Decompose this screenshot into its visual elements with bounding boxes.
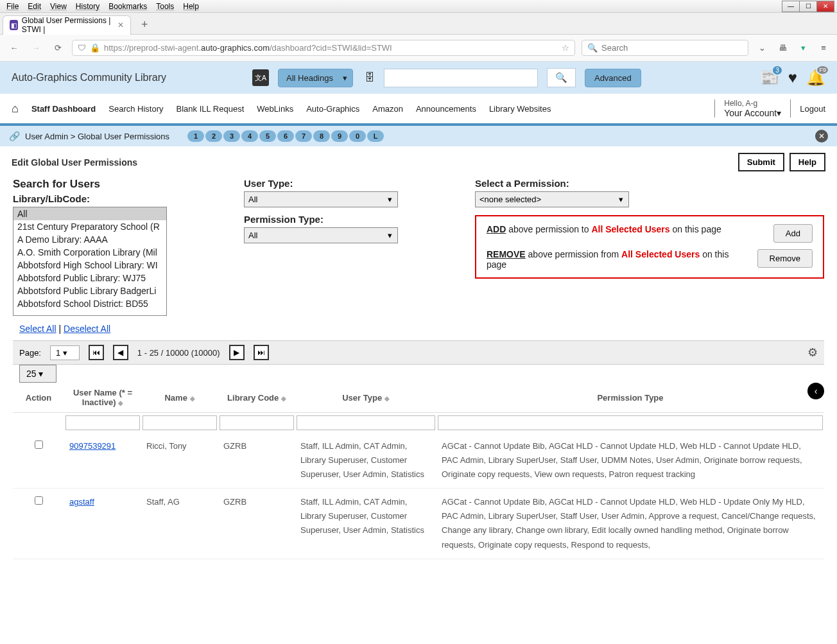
row-checkbox[interactable] [35, 496, 43, 505]
home-icon[interactable]: ⌂ [12, 102, 19, 116]
gear-icon[interactable]: ⚙ [807, 345, 818, 360]
first-page-icon[interactable]: ⏮ [89, 345, 104, 360]
library-option[interactable]: Abbotsford Public Library BadgerLi [13, 284, 166, 297]
user-type-label: User Type: [244, 178, 404, 189]
bubble[interactable]: 7 [295, 130, 312, 142]
library-option[interactable]: Abbotsford School District: BD55 [13, 297, 166, 310]
library-option[interactable]: A Demo Library: AAAA [13, 233, 166, 246]
nav-weblinks[interactable]: WebLinks [257, 104, 293, 114]
hamburger-menu-icon[interactable]: ≡ [816, 41, 831, 55]
page-size-select[interactable]: 25 ▾ [19, 365, 56, 383]
your-account-dropdown[interactable]: Your Account▾ [724, 108, 781, 118]
database-icon[interactable]: 🗄 [365, 72, 375, 83]
nav-library-websites[interactable]: Library Websites [489, 104, 551, 114]
new-tab-button[interactable]: + [136, 18, 153, 31]
print-icon[interactable]: 🖶 [775, 41, 790, 55]
menu-help[interactable]: Help [179, 1, 203, 12]
col-libcode[interactable]: Library Code ◆ [218, 383, 295, 413]
select-permission-dropdown[interactable]: <none selected> [475, 191, 629, 207]
news-icon[interactable]: 📰3 [760, 69, 779, 87]
bubble[interactable]: 5 [259, 130, 276, 142]
bubble[interactable]: 4 [241, 130, 258, 142]
window-maximize-button[interactable]: ☐ [799, 1, 817, 12]
bubble[interactable]: 9 [331, 130, 348, 142]
heart-icon[interactable]: ♥ [788, 69, 797, 87]
help-button[interactable]: Help [790, 153, 825, 171]
bubble[interactable]: 6 [277, 130, 294, 142]
library-option[interactable]: Abbotsford High School Library: WI [13, 259, 166, 272]
bubble[interactable]: 3 [223, 130, 240, 142]
user-type-dropdown[interactable]: All [244, 191, 398, 207]
nav-blank-ill[interactable]: Blank ILL Request [177, 104, 245, 114]
library-option[interactable]: Abbotsford Public Library: WJ75 [13, 272, 166, 284]
extension-icon[interactable]: ▾ [796, 41, 810, 55]
page-select[interactable]: 1 ▾ [50, 345, 80, 360]
menu-edit[interactable]: Edit [24, 1, 45, 12]
reload-button[interactable]: ⟳ [50, 40, 65, 56]
address-bar[interactable]: 🛡 🔒 https://preprod-stwi-agent.auto-grap… [72, 40, 575, 56]
browser-tab[interactable]: ◧ Global User Permissions | STWI | ✕ [3, 15, 131, 35]
forward-button[interactable]: → [28, 40, 44, 56]
user-link[interactable]: 9097539291 [69, 441, 116, 451]
translate-icon[interactable]: 文A [252, 69, 269, 86]
bubble[interactable]: 0 [349, 130, 366, 142]
advanced-search-button[interactable]: Advanced [585, 69, 641, 87]
menu-tools[interactable]: Tools [152, 1, 178, 12]
bubble[interactable]: L [367, 130, 384, 142]
nav-search-history[interactable]: Search History [108, 104, 163, 114]
nav-auto-graphics[interactable]: Auto-Graphics [306, 104, 359, 114]
submit-button[interactable]: Submit [738, 153, 784, 171]
library-listbox[interactable]: All 21st Century Preparatory School (R A… [13, 207, 167, 316]
tab-close-icon[interactable]: ✕ [117, 21, 124, 30]
bookmark-star-icon[interactable]: ☆ [562, 43, 569, 53]
prev-page-icon[interactable]: ◀ [113, 345, 128, 360]
menu-file[interactable]: File [3, 1, 22, 12]
cell-permtype: AGCat - Cannot Update Bib, AGCat HLD - C… [436, 433, 824, 489]
menu-history[interactable]: History [72, 1, 103, 12]
search-icon: 🔍 [555, 72, 567, 83]
window-close-button[interactable]: ✕ [816, 1, 834, 12]
col-username[interactable]: User Name (* = Inactive) ◆ [64, 383, 141, 413]
browser-search-box[interactable]: 🔍 [582, 40, 748, 56]
filter-permtype-input[interactable] [438, 415, 823, 430]
add-button[interactable]: Add [773, 224, 813, 243]
col-usertype[interactable]: User Type ◆ [295, 383, 436, 413]
logout-link[interactable]: Logout [800, 104, 825, 114]
remove-button[interactable]: Remove [757, 249, 813, 268]
nav-amazon[interactable]: Amazon [372, 104, 403, 114]
library-option[interactable]: 21st Century Preparatory School (R [13, 220, 166, 233]
last-page-icon[interactable]: ⏭ [254, 345, 269, 360]
next-page-icon[interactable]: ▶ [229, 345, 245, 360]
permission-type-dropdown[interactable]: All [244, 227, 398, 243]
menu-bookmarks[interactable]: Bookmarks [105, 1, 151, 12]
nav-announcements[interactable]: Announcements [416, 104, 476, 114]
nav-staff-dashboard[interactable]: Staff Dashboard [31, 104, 96, 114]
bubble[interactable]: 1 [187, 130, 204, 142]
filter-libcode-input[interactable] [220, 415, 294, 430]
library-option[interactable]: A.O. Smith Corporation Library (Mil [13, 246, 166, 259]
menu-view[interactable]: View [46, 1, 71, 12]
filter-username-input[interactable] [65, 415, 140, 430]
window-minimize-button[interactable]: — [782, 1, 800, 12]
filter-name-input[interactable] [142, 415, 217, 430]
close-breadcrumb-icon[interactable]: ✕ [815, 130, 828, 143]
grid-toolbar: Page: 1 ▾ ⏮ ◀ 1 - 25 / 10000 (10000) ▶ ⏭… [13, 340, 824, 365]
col-name[interactable]: Name ◆ [141, 383, 218, 413]
filter-usertype-input[interactable] [297, 415, 435, 430]
sort-icon: ◆ [281, 395, 286, 402]
bell-icon[interactable]: 🔔F9 [806, 69, 825, 87]
table-row: 9097539291 Ricci, Tony GZRB Staff, ILL A… [13, 433, 824, 489]
bubble[interactable]: 2 [205, 130, 222, 142]
pocket-icon[interactable]: ⌄ [755, 41, 769, 55]
select-all-link[interactable]: Select All [19, 324, 56, 334]
library-option[interactable]: All [13, 207, 166, 220]
browser-search-input[interactable] [601, 43, 743, 53]
user-link[interactable]: agstaff [69, 497, 94, 507]
headings-dropdown[interactable]: All Headings [278, 69, 353, 87]
bubble[interactable]: 8 [313, 130, 330, 142]
catalog-search-input[interactable] [384, 69, 538, 87]
back-button[interactable]: ← [6, 40, 22, 56]
catalog-search-button[interactable]: 🔍 [547, 68, 576, 87]
row-checkbox[interactable] [35, 440, 43, 449]
deselect-all-link[interactable]: Deselect All [64, 324, 110, 334]
